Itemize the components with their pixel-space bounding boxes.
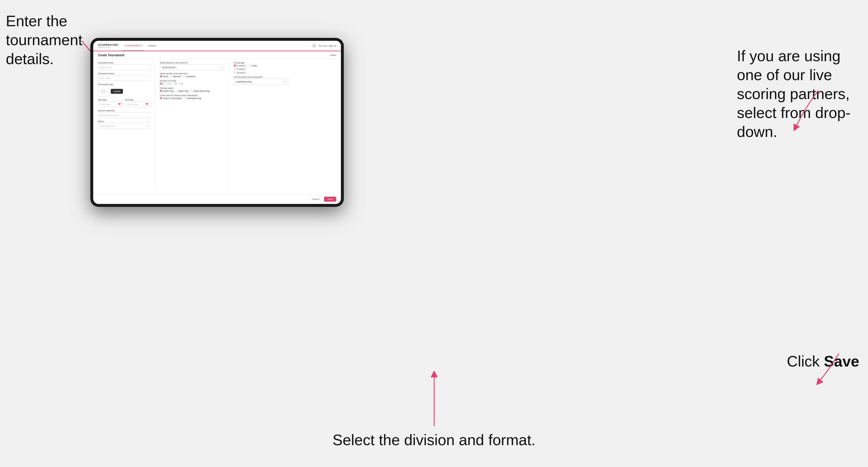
gender-label: Which gender is the event for? bbox=[160, 72, 224, 74]
teams-label: Is this event for Teams and/or Individua… bbox=[160, 94, 224, 96]
radio-round-3-circle bbox=[172, 83, 175, 85]
radio-5count4-circle bbox=[234, 64, 236, 67]
scoring-stroke-play[interactable]: Stroke Play bbox=[160, 90, 174, 92]
back-link[interactable]: < Back bbox=[329, 54, 336, 57]
rounds-4[interactable]: 4 bbox=[178, 83, 183, 85]
radio-round-1-circle bbox=[160, 83, 162, 85]
start-date-label: Start date bbox=[98, 99, 123, 101]
svg-point-1 bbox=[102, 90, 103, 91]
radio-other-circle bbox=[249, 64, 251, 67]
format-6count5[interactable]: 6 count 5 bbox=[234, 71, 289, 74]
date-row: Start date Pick a date 📅 End date Pick a… bbox=[98, 99, 150, 107]
radio-6count5-circle bbox=[234, 71, 236, 74]
scoring-match-play[interactable]: Match Play bbox=[176, 90, 189, 92]
gender-combined[interactable]: Combined bbox=[183, 75, 195, 77]
annotation-bottom-right: Click Save bbox=[787, 352, 859, 371]
nav-tab-teams[interactable]: TEAMS bbox=[147, 41, 157, 51]
radio-mens-circle bbox=[160, 75, 162, 77]
form-col-right: Format type 5 count 4 Other bbox=[234, 62, 289, 191]
rounds-field-group: Number of rounds 1 2 3 bbox=[160, 80, 224, 85]
gender-womens[interactable]: Womens bbox=[170, 75, 181, 77]
save-button[interactable]: Save bbox=[324, 197, 336, 201]
sponsor-field-group: Sponsor (optional) Enter sponsor name bbox=[98, 110, 150, 118]
clear-icon[interactable]: ✕ bbox=[283, 81, 285, 83]
scoring-radio-group: Stroke Play Match Play Medal Match Play bbox=[160, 90, 224, 92]
radio-round-2-circle bbox=[166, 83, 168, 85]
rounds-3[interactable]: 3 bbox=[172, 83, 177, 85]
logo-field-group: Tournament logo Upload bbox=[98, 83, 150, 96]
live-scoring-dropdown[interactable]: Leaderboard King ✕ ▾ bbox=[234, 79, 289, 85]
nav-tabs: TOURNAMENTS TEAMS bbox=[123, 41, 312, 51]
upload-button[interactable]: Upload bbox=[111, 89, 123, 94]
format-5count4[interactable]: 5 count 4 bbox=[234, 64, 245, 67]
live-scoring-label: Use third-party live scoring API? bbox=[234, 76, 289, 78]
teams-plus-individuals[interactable]: Teams (+Individuals) bbox=[160, 97, 182, 99]
scoring-field-group: Scoring system Stroke Play Match Play bbox=[160, 87, 224, 92]
live-scoring-group: Use third-party live scoring API? Leader… bbox=[234, 76, 289, 85]
form-footer: Cancel Save bbox=[93, 194, 341, 204]
gender-mens[interactable]: Mens bbox=[160, 75, 168, 77]
teams-individuals-only[interactable]: Individuals Only bbox=[184, 97, 201, 99]
page-title: Create Tournament bbox=[98, 54, 124, 57]
radio-individuals-circle bbox=[184, 97, 186, 99]
sponsor-label: Sponsor (optional) bbox=[98, 110, 150, 112]
radio-6count4-circle bbox=[234, 68, 236, 70]
logo-label: Tournament logo bbox=[98, 83, 150, 85]
name-label: Tournament name bbox=[98, 72, 150, 74]
radio-combined-circle bbox=[183, 75, 185, 77]
radio-round-4-circle bbox=[178, 83, 181, 85]
teams-field-group: Is this event for Teams and/or Individua… bbox=[160, 94, 224, 99]
division-field-group: Which division is the event for? NCAA Di… bbox=[160, 62, 224, 70]
host-field-group: Tournament Host Search team bbox=[98, 62, 150, 70]
user-label: Test User | Sign out bbox=[318, 45, 336, 47]
format-6count4[interactable]: 6 count 4 bbox=[234, 68, 289, 70]
format-other[interactable]: Other bbox=[249, 64, 257, 67]
nav-logo: SCOREBOARD Powered by Clippit bbox=[98, 43, 118, 48]
nav-tab-tournaments[interactable]: TOURNAMENTS bbox=[123, 41, 143, 51]
rounds-2[interactable]: 2 bbox=[166, 83, 170, 85]
chevron-down-icon[interactable]: ▾ bbox=[286, 81, 287, 83]
end-date-group: End date Pick a date 📅 bbox=[125, 99, 150, 107]
format-type-options: 5 count 4 Other 6 count 4 bbox=[234, 64, 289, 74]
live-scoring-controls: ✕ ▾ bbox=[283, 81, 287, 83]
format-type-group: Format type 5 count 4 Other bbox=[234, 62, 289, 74]
gender-field-group: Which gender is the event for? Mens Wome… bbox=[160, 72, 224, 77]
radio-teams-circle bbox=[160, 97, 162, 99]
end-date-input[interactable]: Pick a date 📅 bbox=[125, 101, 150, 107]
form-col-mid: Which division is the event for? NCAA Di… bbox=[160, 62, 224, 191]
sponsor-input[interactable]: Enter sponsor name bbox=[98, 112, 150, 118]
form-col-left: Tournament Host Search team Tournament n… bbox=[98, 62, 150, 191]
annotation-bottom-center: Select the division and format. bbox=[333, 431, 535, 449]
venue-field-group: Venue Search golf club ▾ bbox=[98, 120, 150, 129]
format-row: 5 count 4 Other bbox=[234, 64, 289, 67]
form-body: Tournament Host Search team Tournament n… bbox=[93, 59, 341, 194]
rounds-1[interactable]: 1 bbox=[160, 83, 164, 85]
radio-medal-circle bbox=[190, 90, 193, 92]
annotation-top-right: If you are using one of our live scoring… bbox=[737, 46, 859, 141]
scoring-label: Scoring system bbox=[160, 87, 224, 89]
division-label: Which division is the event for? bbox=[160, 62, 224, 64]
rounds-radio-group: 1 2 3 4 bbox=[160, 83, 224, 85]
teams-radio-group: Teams (+Individuals) Individuals Only bbox=[160, 97, 224, 99]
venue-label: Venue bbox=[98, 120, 150, 122]
cancel-button[interactable]: Cancel bbox=[310, 197, 322, 201]
logo-placeholder bbox=[98, 86, 108, 96]
nav-right: Test User | Sign out bbox=[312, 44, 336, 48]
venue-input[interactable]: Search golf club ▾ bbox=[98, 123, 150, 129]
name-field-group: Tournament name Enter name bbox=[98, 72, 150, 81]
host-input[interactable]: Search team bbox=[98, 64, 150, 70]
start-date-input[interactable]: Pick a date 📅 bbox=[98, 101, 123, 107]
radio-womens-circle bbox=[170, 75, 172, 77]
host-label: Tournament Host bbox=[98, 62, 150, 64]
gender-radio-group: Mens Womens Combined bbox=[160, 75, 224, 77]
end-date-label: End date bbox=[125, 99, 150, 101]
page-header: Create Tournament < Back bbox=[93, 51, 341, 59]
divider-left-mid bbox=[155, 62, 155, 191]
start-date-group: Start date Pick a date 📅 bbox=[98, 99, 123, 107]
division-dropdown[interactable]: NCAA Division I ▾ bbox=[160, 64, 224, 70]
name-input[interactable]: Enter name bbox=[98, 75, 150, 81]
divider-mid-right bbox=[229, 62, 229, 191]
radio-stroke-circle bbox=[160, 90, 162, 92]
logo-area: Upload bbox=[98, 86, 150, 96]
scoring-medal-match-play[interactable]: Medal Match Play bbox=[190, 90, 210, 92]
